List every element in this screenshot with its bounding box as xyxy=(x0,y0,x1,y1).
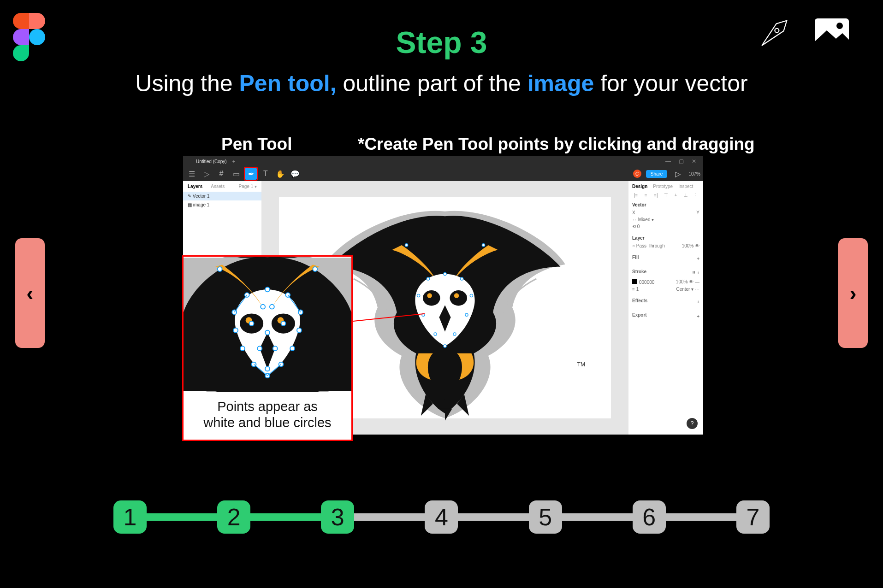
avatar[interactable]: C xyxy=(633,170,641,178)
menu-button[interactable]: ☰ xyxy=(186,168,198,180)
step-node-5[interactable]: 5 xyxy=(529,500,562,534)
svg-point-2 xyxy=(836,23,843,29)
svg-point-4 xyxy=(450,290,467,306)
pen-tool-label: Pen Tool xyxy=(221,135,292,154)
svg-point-13 xyxy=(465,313,468,316)
prototype-tab[interactable]: Prototype xyxy=(653,184,673,189)
zoom-callout: Points appear as white and blue circles xyxy=(182,255,353,441)
svg-point-43 xyxy=(313,267,317,271)
svg-point-37 xyxy=(281,321,286,326)
svg-point-5 xyxy=(427,293,432,298)
step-node-6[interactable]: 6 xyxy=(633,500,666,534)
help-button[interactable]: ? xyxy=(687,418,698,429)
svg-point-42 xyxy=(218,267,222,271)
page-selector[interactable]: Page 1 ▾ xyxy=(239,184,257,189)
step-node-4[interactable]: 4 xyxy=(425,500,458,534)
pen-tool-button[interactable]: ✒ xyxy=(245,168,257,180)
comment-tool-button[interactable]: 💬 xyxy=(289,168,301,180)
frame-tool-button[interactable]: # xyxy=(215,168,227,180)
stroke-section: Stroke xyxy=(632,269,646,274)
svg-point-40 xyxy=(265,330,270,335)
effects-section: Effects xyxy=(632,298,647,303)
svg-point-45 xyxy=(270,305,274,309)
svg-point-32 xyxy=(290,346,295,351)
export-section: Export xyxy=(632,312,647,318)
window-minimize-icon[interactable]: — xyxy=(662,156,675,166)
next-step-button[interactable]: › xyxy=(838,238,868,348)
figma-logo-icon xyxy=(13,13,45,61)
svg-point-44 xyxy=(261,305,265,309)
keyword-image: image xyxy=(527,71,594,96)
add-effect-button[interactable]: + xyxy=(697,300,699,305)
design-tab[interactable]: Design xyxy=(632,184,647,189)
shape-tool-button[interactable]: ▭ xyxy=(230,168,242,180)
svg-point-17 xyxy=(405,244,408,247)
callout-caption: Points appear as white and blue circles xyxy=(184,392,351,440)
step-subtitle: Using the Pen tool, outline part of the … xyxy=(135,70,747,97)
file-tab[interactable]: Untitled (Copy) xyxy=(196,159,227,164)
step-node-3[interactable]: 3 xyxy=(321,500,354,534)
add-export-button[interactable]: + xyxy=(697,314,699,319)
svg-point-7 xyxy=(444,272,446,275)
window-tab-bar: Untitled (Copy) + — ▢ ✕ xyxy=(183,156,703,166)
stroke-weight-row[interactable]: ≡ 1Center ▾ ⋯ xyxy=(632,287,699,292)
move-tool-button[interactable]: ▷ xyxy=(201,168,213,180)
pen-nib-icon xyxy=(757,18,790,53)
stroke-style-button[interactable]: ⠿ xyxy=(692,270,695,276)
svg-point-29 xyxy=(233,328,238,333)
stroke-color-row[interactable]: 000000100% 👁 — xyxy=(632,279,699,285)
layer-section: Layer xyxy=(632,235,699,241)
text-tool-button[interactable]: T xyxy=(260,168,272,180)
vector-section: Vector xyxy=(632,202,699,207)
svg-point-14 xyxy=(434,333,437,335)
step-node-7[interactable]: 7 xyxy=(736,500,770,534)
layer-row-vector[interactable]: ✎ Vector 1 xyxy=(183,192,261,200)
svg-point-18 xyxy=(482,244,485,247)
svg-point-11 xyxy=(470,294,473,297)
svg-point-24 xyxy=(265,287,270,292)
assets-tab[interactable]: Assets xyxy=(211,184,225,189)
svg-point-8 xyxy=(427,277,429,280)
add-stroke-button[interactable]: + xyxy=(697,270,699,276)
step-node-1[interactable]: 1 xyxy=(113,500,147,534)
step-title: Step 3 xyxy=(396,25,487,60)
window-close-icon[interactable]: ✕ xyxy=(687,156,700,166)
trademark-label: TM xyxy=(577,361,585,368)
svg-point-3 xyxy=(423,290,440,306)
window-maximize-icon[interactable]: ▢ xyxy=(675,156,687,166)
image-icon xyxy=(814,18,850,53)
figma-toolbar: ☰ ▷ # ▭ ✒ T ✋ 💬 C Share ▷ 107% xyxy=(183,166,703,181)
svg-point-39 xyxy=(273,346,278,351)
keyword-pen-tool: Pen tool, xyxy=(239,71,336,96)
svg-point-6 xyxy=(454,293,459,298)
step-node-2[interactable]: 2 xyxy=(217,500,250,534)
svg-point-10 xyxy=(417,294,420,297)
svg-point-9 xyxy=(460,277,463,280)
svg-point-16 xyxy=(444,345,446,347)
svg-point-15 xyxy=(453,333,456,335)
add-fill-button[interactable]: + xyxy=(697,256,699,261)
align-controls[interactable]: |≡≡≡|⊤+⊥⋮ xyxy=(632,193,699,198)
svg-point-41 xyxy=(265,366,270,371)
zoom-level[interactable]: 107% xyxy=(688,171,700,176)
zoom-owl-face xyxy=(184,257,351,392)
hand-tool-button[interactable]: ✋ xyxy=(274,168,286,180)
share-button[interactable]: Share xyxy=(646,170,668,178)
svg-point-30 xyxy=(297,328,302,333)
inspect-tab[interactable]: Inspect xyxy=(678,184,693,189)
svg-point-31 xyxy=(240,346,245,351)
prev-step-button[interactable]: ‹ xyxy=(15,238,45,348)
properties-panel: Design Prototype Inspect |≡≡≡|⊤+⊥⋮ Vecto… xyxy=(628,181,703,435)
svg-point-36 xyxy=(249,321,254,326)
layers-tab[interactable]: Layers xyxy=(188,184,202,189)
step-progress: 1 2 3 4 5 6 7 xyxy=(113,498,770,536)
svg-point-38 xyxy=(257,346,262,351)
pen-tool-tip: *Create Pen Tool points by clicking and … xyxy=(358,135,755,154)
layer-row-image[interactable]: ▦ image 1 xyxy=(183,200,261,209)
pen-tool-highlight xyxy=(244,167,258,181)
present-button[interactable]: ▷ xyxy=(672,168,684,180)
svg-point-0 xyxy=(775,29,779,33)
new-tab-button[interactable]: + xyxy=(232,159,235,164)
fill-section: Fill xyxy=(632,255,639,260)
blend-mode[interactable]: ○ Pass Through100% 👁 xyxy=(632,243,699,248)
